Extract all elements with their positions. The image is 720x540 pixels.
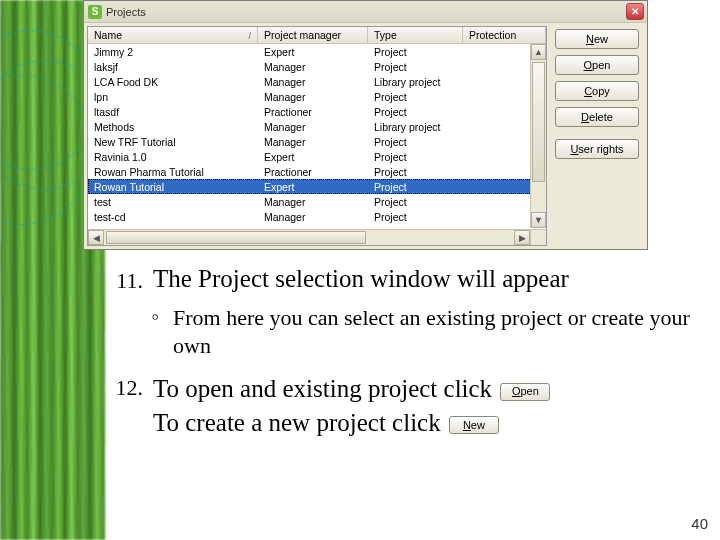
scroll-down-icon[interactable]: ▼ <box>531 212 546 228</box>
table-cell: Rowan Pharma Tutorial <box>88 166 258 178</box>
table-cell: Methods <box>88 121 258 133</box>
sub-bullet: ◦ <box>105 304 173 360</box>
button-column: New Open Copy Delete User rights <box>547 23 647 249</box>
table-cell: Expert <box>258 181 368 193</box>
table-row[interactable]: Rowan TutorialExpertProject <box>88 179 546 194</box>
table-cell: Manager <box>258 61 368 73</box>
table-cell: LCA Food DK <box>88 76 258 88</box>
table-row[interactable]: testManagerProject <box>88 194 546 209</box>
scrollbar-thumb[interactable] <box>106 231 366 244</box>
size-grip-icon[interactable] <box>530 229 546 245</box>
inline-new-button[interactable]: New <box>449 416 499 434</box>
table-cell: Project <box>368 91 463 103</box>
table-row[interactable]: lpnManagerProject <box>88 89 546 104</box>
table-row[interactable]: test-cdManagerProject <box>88 209 546 224</box>
projects-listview[interactable]: Name / Project manager Type Protection J… <box>87 26 547 246</box>
table-row[interactable]: laksjfManagerProject <box>88 59 546 74</box>
table-cell: Manager <box>258 76 368 88</box>
table-row[interactable]: MethodsManagerLibrary project <box>88 119 546 134</box>
instruction-text: 11. The Project selection window will ap… <box>105 265 720 440</box>
table-cell: ltasdf <box>88 106 258 118</box>
horizontal-scrollbar[interactable]: ◀ ▶ <box>88 229 530 245</box>
table-cell: laksjf <box>88 61 258 73</box>
table-cell: Library project <box>368 76 463 88</box>
table-row[interactable]: ltasdfPractionerProject <box>88 104 546 119</box>
table-cell: Manager <box>258 91 368 103</box>
table-cell: Expert <box>258 46 368 58</box>
table-cell: New TRF Tutorial <box>88 136 258 148</box>
scroll-up-icon[interactable]: ▲ <box>531 44 546 60</box>
scrollbar-thumb[interactable] <box>532 62 545 182</box>
delete-button[interactable]: Delete <box>555 107 639 127</box>
vertical-scrollbar[interactable]: ▲ ▼ <box>530 44 546 228</box>
column-type[interactable]: Type <box>368 27 463 43</box>
column-project-manager[interactable]: Project manager <box>258 27 368 43</box>
list-body: The Project selection window will appear <box>153 265 569 294</box>
table-cell: Manager <box>258 196 368 208</box>
table-row[interactable]: New TRF TutorialManagerProject <box>88 134 546 149</box>
table-cell: Project <box>368 181 463 193</box>
table-cell: Project <box>368 106 463 118</box>
sort-indicator-icon: / <box>248 31 251 41</box>
table-cell: Manager <box>258 211 368 223</box>
sub-body: From here you can select an existing pro… <box>173 304 716 360</box>
table-cell: Project <box>368 136 463 148</box>
app-icon: S <box>88 5 102 19</box>
table-cell: Practioner <box>258 166 368 178</box>
table-row[interactable]: Jimmy 2ExpertProject <box>88 44 546 59</box>
user-rights-button[interactable]: User rights <box>555 139 639 159</box>
table-cell: Ravinia 1.0 <box>88 151 258 163</box>
new-button[interactable]: New <box>555 29 639 49</box>
scroll-left-icon[interactable]: ◀ <box>88 230 104 245</box>
dialog-title: Projects <box>106 6 146 18</box>
table-cell: Expert <box>258 151 368 163</box>
table-cell: test-cd <box>88 211 258 223</box>
table-cell: lpn <box>88 91 258 103</box>
table-cell: Manager <box>258 121 368 133</box>
close-icon[interactable]: ✕ <box>626 3 644 20</box>
table-cell: Project <box>368 211 463 223</box>
table-row[interactable]: Rowan Pharma TutorialPractionerProject <box>88 164 546 179</box>
table-cell: Library project <box>368 121 463 133</box>
table-row[interactable]: LCA Food DKManagerLibrary project <box>88 74 546 89</box>
list-number: 11. <box>105 265 153 294</box>
table-cell: Project <box>368 151 463 163</box>
table-cell: Jimmy 2 <box>88 46 258 58</box>
table-cell: Practioner <box>258 106 368 118</box>
table-cell: Project <box>368 166 463 178</box>
scroll-right-icon[interactable]: ▶ <box>514 230 530 245</box>
table-cell: Rowan Tutorial <box>88 181 258 193</box>
table-cell: Project <box>368 61 463 73</box>
table-cell: Project <box>368 196 463 208</box>
list-number: 12. <box>105 372 153 401</box>
column-protection[interactable]: Protection <box>463 27 546 43</box>
table-row[interactable]: Ravinia 1.0ExpertProject <box>88 149 546 164</box>
inline-open-button[interactable]: Open <box>500 383 550 401</box>
page-number: 40 <box>691 515 708 532</box>
projects-dialog: S Projects ✕ Name / Project manager Type… <box>83 0 648 250</box>
open-button[interactable]: Open <box>555 55 639 75</box>
column-name[interactable]: Name / <box>88 27 258 43</box>
list-body: To open and existing project click Open … <box>153 372 716 440</box>
list-header[interactable]: Name / Project manager Type Protection <box>88 27 546 44</box>
titlebar[interactable]: S Projects ✕ <box>84 1 647 23</box>
table-cell: test <box>88 196 258 208</box>
table-cell: Manager <box>258 136 368 148</box>
copy-button[interactable]: Copy <box>555 81 639 101</box>
table-cell: Project <box>368 46 463 58</box>
